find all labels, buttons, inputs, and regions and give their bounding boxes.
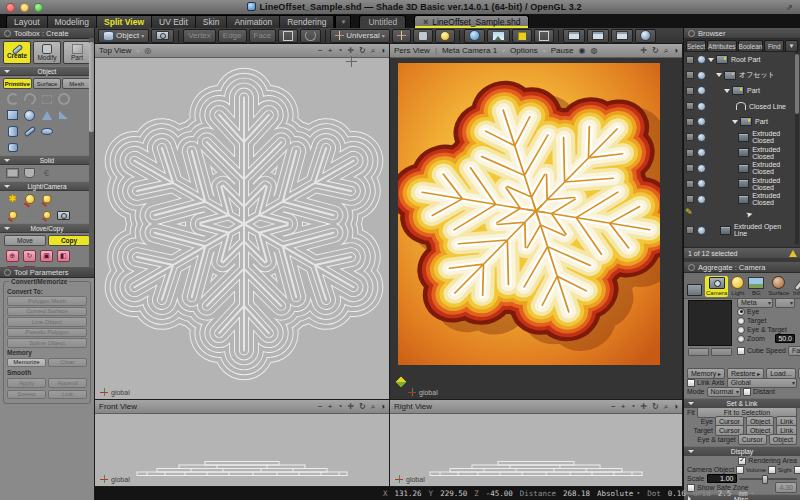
camera-selector[interactable]: Meta Camera 1	[442, 46, 497, 55]
viewport-label[interactable]: Top View	[99, 46, 131, 55]
spot-light-icon[interactable]	[23, 194, 36, 204]
direction-icon[interactable]: ⤢	[23, 210, 36, 220]
cone-tool-icon[interactable]	[40, 110, 53, 120]
rotate-copy-icon[interactable]: ↻	[23, 251, 36, 261]
target-radio[interactable]	[737, 317, 745, 325]
tree-item-label[interactable]: Part	[755, 118, 768, 125]
aggregate-header[interactable]: Aggregate : Camera	[684, 262, 800, 273]
rect-tool-icon[interactable]	[40, 94, 53, 104]
zoom-radio[interactable]	[737, 335, 745, 343]
render-flag-icon[interactable]	[697, 117, 706, 126]
minimize-window-icon[interactable]	[20, 3, 29, 12]
tab-surface[interactable]: Surface	[33, 78, 62, 89]
background-button[interactable]	[487, 29, 510, 43]
section-lightcamera[interactable]: Light/Camera	[0, 181, 94, 191]
eye-radio[interactable]	[737, 308, 745, 316]
tree-row[interactable]: Extruded Open Line	[684, 223, 796, 239]
pause-button[interactable]: Pause	[551, 46, 574, 55]
boolean-book-icon[interactable]	[6, 168, 19, 178]
visibility-toggle-icon[interactable]	[686, 226, 694, 234]
render-flag-icon[interactable]	[697, 148, 706, 157]
toolbox-tab-part[interactable]: Part	[63, 41, 91, 64]
tree-item-label[interactable]: Extruded Closed	[752, 161, 796, 175]
collapse-icon[interactable]	[4, 269, 11, 276]
layout-split-button[interactable]	[587, 29, 609, 43]
edge-mode-button[interactable]: Edge	[218, 29, 247, 43]
tube-tool-icon[interactable]	[6, 142, 19, 152]
tree-row[interactable]: Part	[684, 83, 796, 99]
view-options-icon[interactable]: ◔	[337, 47, 342, 55]
pan-icon[interactable]: ✛	[347, 47, 354, 55]
append-button[interactable]: Append	[48, 378, 87, 388]
universal-manipulator-button[interactable]: Universal▾	[330, 29, 389, 43]
preview-button[interactable]	[688, 348, 709, 356]
grid-toggle-button[interactable]	[534, 29, 554, 43]
toolbox-header[interactable]: Toolbox : Create	[0, 28, 94, 39]
zoom-out-icon[interactable]: −	[611, 403, 616, 411]
area-light-icon[interactable]	[6, 210, 19, 220]
cube-tool-icon[interactable]	[6, 110, 19, 120]
camera-tool-button[interactable]	[151, 29, 174, 43]
pan-icon[interactable]: ✛	[640, 47, 647, 55]
doc-tab-active[interactable]: × LineOffset_Sample.shd	[414, 15, 529, 28]
coordinate-space-tag[interactable]: global	[100, 388, 130, 396]
render-flag-icon[interactable]	[697, 71, 706, 80]
section-movecopy[interactable]: Move/Copy	[0, 223, 94, 233]
display-mode-icon[interactable]: ◑	[380, 47, 385, 55]
close-window-icon[interactable]	[6, 3, 15, 12]
face-mode-button[interactable]: Face	[249, 29, 277, 43]
tree-item-label[interactable]: Extruded Closed	[752, 177, 796, 191]
collapse-icon[interactable]	[4, 30, 11, 37]
display-section[interactable]: Display	[684, 446, 800, 456]
target-icon[interactable]: ◎	[144, 47, 151, 55]
convert-curved-surface-button[interactable]: Curved Surface	[7, 307, 87, 317]
expand-icon[interactable]	[732, 120, 738, 124]
pan-icon[interactable]: ✛	[640, 403, 647, 411]
tree-row[interactable]: Extruded Closed	[684, 176, 796, 192]
point-light-icon[interactable]: ✱	[6, 194, 19, 204]
render-toggle-icon[interactable]: ◉	[578, 47, 585, 55]
aggregate-tab-surface[interactable]: Surface	[767, 275, 790, 297]
camera-create-icon[interactable]	[57, 210, 70, 220]
arc2-tool-icon[interactable]	[23, 94, 36, 104]
tree-item-label[interactable]: Extruded Closed	[752, 130, 796, 144]
disc-tool-icon[interactable]	[40, 126, 53, 136]
convert-polygon-mesh-button[interactable]: Polygon Mesh	[7, 296, 87, 306]
cube-speed-dropdown[interactable]: Fa	[788, 346, 800, 356]
collapse-icon[interactable]	[688, 30, 695, 37]
circle-tool-icon[interactable]	[57, 94, 70, 104]
right-viewport[interactable]: Right View − + ◔ ✛ ↻ ⌕ ◑ global	[390, 400, 683, 487]
tree-row[interactable]: Extruded Closed	[684, 130, 796, 146]
display-mode-icon[interactable]: ◑	[673, 47, 678, 55]
viewport-label[interactable]: Right View	[394, 402, 432, 411]
coordinate-space-tag[interactable]: global	[395, 475, 425, 483]
axis-constraint-button[interactable]	[392, 29, 411, 43]
visibility-toggle-icon[interactable]	[686, 164, 694, 172]
tool-parameters-header[interactable]: Tool Parameters	[0, 267, 94, 278]
magnify-icon[interactable]: ⌕	[664, 47, 668, 55]
tab-layout[interactable]: Layout	[7, 16, 48, 28]
mode-dropdown[interactable]: Normal	[707, 387, 742, 397]
clear-button[interactable]: Clear	[48, 358, 87, 368]
meta-dropdown[interactable]: Meta	[737, 298, 773, 308]
render-flag-icon[interactable]	[697, 102, 706, 111]
top-viewport[interactable]: Top View ▾◎ − + ◔ ✛ ↻ ⌕ ◑ global	[95, 44, 390, 400]
visibility-toggle-icon[interactable]	[686, 102, 694, 110]
tree-item-label[interactable]: Closed Line	[749, 103, 786, 110]
close-doc-icon[interactable]: ×	[423, 17, 428, 27]
display-mode-icon[interactable]: ◑	[673, 403, 678, 411]
sweep-button[interactable]: Sweep	[7, 390, 46, 400]
section-object[interactable]: Object	[0, 66, 94, 76]
convert-pseudo-polygon-button[interactable]: Pseudo Polygon	[7, 328, 87, 338]
link-button[interactable]: Link	[48, 390, 87, 400]
memory-button[interactable]: Memory	[687, 368, 725, 379]
eye-target-radio[interactable]	[737, 326, 745, 334]
duplicate-icon[interactable]: ▣	[40, 251, 53, 261]
sight-checkbox[interactable]	[768, 466, 776, 474]
tab-mesh[interactable]: Mesh	[62, 78, 91, 89]
render-flag-icon[interactable]	[697, 55, 706, 64]
front-viewport[interactable]: Front View − + ◔ ✛ ↻ ⌕ ◑ global	[95, 400, 390, 487]
safe-zone-value[interactable]: 4.30	[775, 482, 797, 493]
aggregate-tab-bg[interactable]: BG	[747, 276, 765, 297]
render-flag-icon[interactable]	[697, 179, 706, 188]
